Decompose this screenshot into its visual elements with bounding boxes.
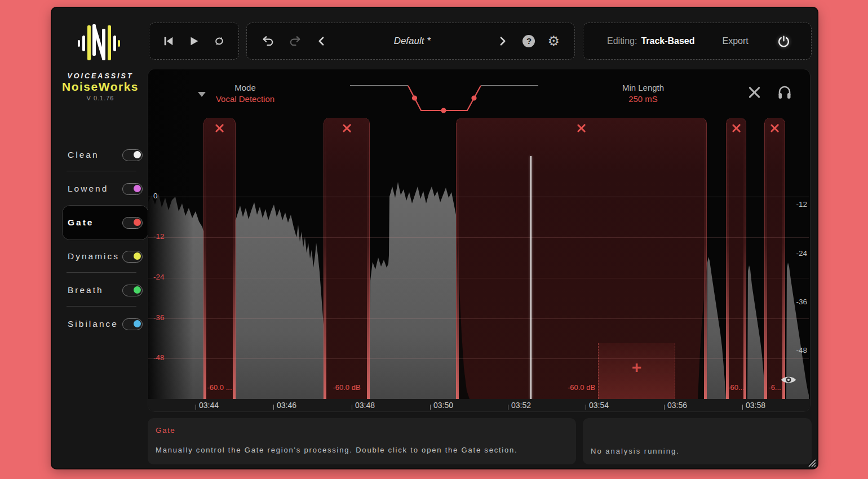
add-region-plus-icon[interactable]: +	[599, 358, 675, 377]
breath-toggle[interactable]	[122, 285, 143, 296]
region-edge-glow	[764, 118, 767, 399]
region-edge-glow	[704, 118, 707, 399]
grid-line	[148, 197, 809, 197]
skip-to-start-button[interactable]	[162, 35, 175, 47]
analysis-status-panel: No analysis running.	[583, 418, 812, 464]
toggle-knob	[134, 286, 141, 294]
undo-button[interactable]	[262, 34, 274, 48]
sidebar-item-label: Breath	[68, 285, 104, 295]
time-tick-label: 03:44	[199, 401, 219, 410]
time-tick-mark	[508, 405, 508, 410]
preset-name[interactable]: Default *	[327, 36, 497, 47]
time-tick-mark	[196, 405, 196, 410]
region-close-icon[interactable]	[215, 123, 224, 132]
export-button[interactable]: Export	[723, 36, 749, 46]
tooltip-panel: Gate Manually control the Gate region's …	[148, 418, 576, 464]
region-edge-glow	[726, 118, 729, 399]
region-close-icon[interactable]	[342, 123, 351, 132]
toggle-knob	[134, 185, 141, 192]
settings-gear-icon[interactable]: ⚙	[547, 34, 560, 48]
waveform-plot[interactable]: +-60.0 ...-60.0 dB-60.0 dB-60...-6...0-1…	[148, 69, 811, 399]
play-button[interactable]	[188, 35, 200, 47]
db-tick-right: -12	[782, 200, 807, 209]
preset-toolbar: Default * ? ⚙	[246, 23, 575, 60]
toggle-knob	[134, 151, 141, 158]
grid-line	[148, 237, 809, 238]
grid-line	[148, 358, 809, 359]
product-name: NoiseWorks	[52, 80, 149, 94]
time-tick-mark	[430, 405, 431, 410]
time-tick-label: 03:58	[746, 401, 765, 410]
region-close-icon[interactable]	[770, 123, 780, 132]
previous-preset-button[interactable]	[316, 35, 327, 47]
time-tick-label: 03:50	[433, 401, 453, 410]
playhead-cursor[interactable]	[530, 156, 532, 399]
clean-toggle[interactable]	[122, 149, 143, 161]
time-tick-mark	[586, 405, 586, 410]
sidebar-item-breath[interactable]: Breath	[52, 282, 148, 298]
editing-mode-value[interactable]: Track-Based	[641, 36, 694, 46]
brand-name: VOICEASSIST	[52, 72, 149, 80]
window-resize-grip[interactable]	[805, 456, 816, 467]
db-tick-right: -48	[782, 346, 807, 354]
toggle-knob	[134, 252, 141, 260]
tooltip-body: Manually control the Gate region's proce…	[156, 446, 518, 454]
db-tick-left: -24	[153, 273, 165, 281]
region-threshold-label: -60.0 dB	[457, 383, 706, 393]
visibility-eye-icon[interactable]	[780, 374, 797, 385]
time-tick-mark	[352, 405, 352, 410]
transport-toolbar	[149, 23, 239, 60]
version-label: V 0.1.76	[52, 95, 149, 101]
sidebar-item-clean[interactable]: Clean	[52, 147, 148, 163]
toggle-knob	[134, 219, 141, 226]
waveform-logo-icon	[77, 24, 125, 63]
gated-waveform-shadow	[148, 69, 811, 399]
region-threshold-label: -60...	[727, 383, 745, 393]
db-tick-right: -24	[782, 249, 807, 258]
loop-button[interactable]	[213, 35, 225, 47]
power-button[interactable]	[777, 34, 791, 48]
sidebar-item-label: Gate	[68, 218, 94, 228]
lowend-toggle[interactable]	[122, 183, 143, 195]
time-tick-label: 03:46	[277, 401, 296, 410]
sidebar-item-dynamics[interactable]: Dynamics	[52, 249, 148, 264]
next-preset-button[interactable]	[497, 35, 508, 47]
time-tick-label: 03:52	[511, 401, 531, 410]
dynamics-toggle[interactable]	[122, 251, 143, 263]
region-edge-glow	[233, 118, 236, 399]
sidebar-item-label: Dynamics	[68, 251, 119, 261]
region-close-icon[interactable]	[732, 123, 741, 132]
sidebar-divider	[67, 306, 136, 307]
sidebar-item-label: Clean	[68, 150, 99, 160]
region-edge-glow	[203, 118, 206, 399]
time-tick-label: 03:54	[589, 401, 609, 410]
grid-line	[148, 318, 809, 319]
grid-line	[148, 278, 809, 278]
sidebar-item-gate[interactable]: Gate	[52, 215, 148, 230]
time-tick-label: 03:56	[667, 401, 687, 410]
region-edge-glow	[324, 118, 326, 399]
sibilance-toggle[interactable]	[122, 318, 143, 330]
sidebar-item-lowend[interactable]: Lowend	[52, 181, 148, 197]
time-tick-label: 03:48	[355, 401, 375, 410]
time-tick-mark	[273, 405, 274, 410]
tooltip-title: Gate	[156, 426, 175, 434]
gate-toggle[interactable]	[122, 217, 143, 229]
sidebar-item-label: Lowend	[68, 184, 108, 194]
db-tick-left: 0	[153, 192, 158, 200]
sidebar-item-sibilance[interactable]: Sibilance	[52, 316, 148, 332]
region-edge-glow	[367, 118, 370, 399]
region-close-icon[interactable]	[577, 123, 586, 132]
sidebar-divider	[67, 272, 136, 273]
redo-button[interactable]	[289, 34, 302, 48]
timeline-ruler[interactable]: 03:4403:4603:4803:5003:5203:5403:5603:58	[148, 399, 811, 412]
plugin-window: VOICEASSIST NoiseWorks V 0.1.76	[52, 8, 817, 468]
sidebar-divider	[67, 171, 136, 171]
analysis-status-text: No analysis running.	[591, 447, 680, 455]
time-tick-mark	[742, 405, 743, 410]
session-toolbar: Editing: Track-Based Export	[583, 23, 812, 60]
region-threshold-label: -60.0 dB	[325, 383, 369, 393]
help-icon[interactable]: ?	[522, 35, 535, 47]
waveform-panel: Mode Vocal Detection Min Length 250 mS +…	[148, 69, 811, 412]
toggle-knob	[134, 320, 141, 327]
